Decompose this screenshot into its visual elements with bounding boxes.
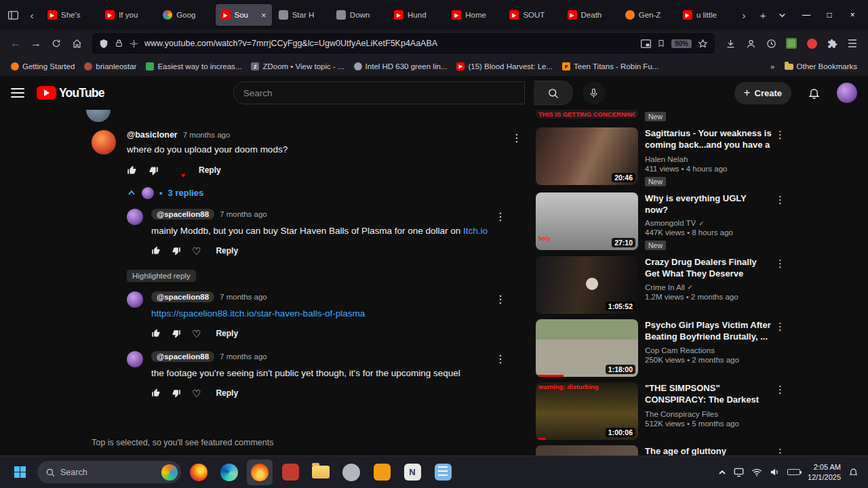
- tab-6[interactable]: Down: [331, 4, 387, 26]
- video-thumbnail[interactable]: 20:46: [536, 127, 638, 185]
- video-title[interactable]: Sagittarius - Your weakness is coming ba…: [645, 127, 772, 152]
- voice-search-mic-icon[interactable]: [583, 81, 606, 104]
- reply-author-pill[interactable]: @spacelion88: [151, 351, 214, 362]
- notifications-bell-icon[interactable]: [808, 87, 821, 100]
- video-item[interactable]: 1:18:00 Psycho Girl Plays Victim After B…: [536, 319, 785, 377]
- video-thumbnail[interactable]: THIS IS GETTING CONCERNING: [536, 110, 638, 119]
- search-input-wrap[interactable]: [233, 81, 525, 104]
- search-button[interactable]: [534, 81, 573, 105]
- list-all-tabs-icon[interactable]: [773, 6, 791, 24]
- video-thumbnail[interactable]: 1:05:52: [536, 256, 638, 314]
- bookmark-star-icon[interactable]: [698, 39, 708, 49]
- comment-menu-kebab-icon[interactable]: ⋮: [494, 210, 507, 223]
- commenter-avatar[interactable]: [92, 130, 116, 155]
- video-item[interactable]: 1:05:52 Crazy Drug Dealers Finally Get W…: [536, 256, 785, 314]
- reply-avatar[interactable]: [127, 291, 143, 308]
- like-button[interactable]: [127, 165, 137, 176]
- replies-toggle[interactable]: • 3 replies: [127, 187, 507, 199]
- reply-avatar[interactable]: [127, 351, 143, 367]
- video-menu-kebab-icon[interactable]: ⋮: [775, 447, 785, 455]
- wifi-icon[interactable]: [751, 468, 762, 477]
- video-item[interactable]: 20:46 Sagittarius - Your weakness is com…: [536, 127, 785, 187]
- history-clock-icon[interactable]: [761, 34, 781, 53]
- search-input[interactable]: [243, 88, 515, 98]
- video-thumbnail[interactable]: 1:18:00: [536, 319, 638, 377]
- tab-11[interactable]: Gen-Z: [620, 4, 676, 26]
- url-bar[interactable]: www.youtube.com/watch?v=7mrrjCCyFgg&lc=U…: [92, 33, 715, 54]
- comment-timestamp[interactable]: 7 months ago: [183, 131, 231, 139]
- tab-3[interactable]: Goog: [157, 4, 214, 26]
- tab-scroll-right-button[interactable]: ›: [735, 6, 753, 24]
- taskbar-search[interactable]: [37, 461, 181, 483]
- video-thumbnail[interactable]: warning: disturbing 1:00:06: [536, 382, 638, 440]
- dislike-button[interactable]: [149, 165, 159, 176]
- lock-icon[interactable]: [115, 39, 123, 48]
- tray-chevron-up-icon[interactable]: [718, 468, 726, 476]
- reply-author-pill[interactable]: @spacelion88: [151, 209, 214, 220]
- youtube-logo[interactable]: YouTube: [37, 86, 104, 100]
- firefox-view-icon[interactable]: [4, 6, 22, 24]
- video-item-partial[interactable]: THIS IS GETTING CONCERNING New: [536, 110, 785, 122]
- account-icon[interactable]: [741, 34, 761, 53]
- comment-menu-kebab-icon[interactable]: ⋮: [511, 131, 523, 144]
- video-item[interactable]: warning: disturbing 1:00:06 "THE SIMPSON…: [536, 382, 785, 440]
- video-title[interactable]: Psycho Girl Plays Victim After Beating B…: [645, 319, 772, 342]
- red-app-icon[interactable]: [277, 460, 303, 485]
- tab-7[interactable]: ▶Hund: [389, 4, 445, 26]
- tracking-protection-shield-icon[interactable]: [99, 39, 108, 49]
- save-page-icon[interactable]: [657, 39, 665, 48]
- bookmarks-overflow-chevron[interactable]: »: [766, 60, 778, 73]
- extensions-puzzle-icon[interactable]: [822, 34, 842, 53]
- window-close-button[interactable]: ×: [841, 4, 864, 26]
- account-avatar[interactable]: [837, 83, 857, 103]
- channel-name[interactable]: Crime In All✓: [645, 283, 772, 291]
- comment-author[interactable]: @basicloner: [127, 130, 178, 140]
- bookmark-item[interactable]: Easiest way to increas...: [142, 60, 245, 73]
- reply-timestamp[interactable]: 7 months ago: [220, 352, 267, 361]
- other-bookmarks-folder[interactable]: Other Bookmarks: [781, 60, 861, 73]
- tab-9[interactable]: ▶SOUT: [504, 4, 560, 26]
- creator-heart-badge[interactable]: ♥: [170, 165, 183, 176]
- like-button[interactable]: [151, 246, 161, 256]
- like-button[interactable]: [151, 329, 161, 338]
- comment-menu-kebab-icon[interactable]: ⋮: [494, 293, 507, 306]
- bookmark-item[interactable]: Intel HD 630 green lin...: [350, 60, 452, 73]
- back-icon[interactable]: ←: [5, 34, 26, 53]
- heart-button[interactable]: ♡: [192, 246, 201, 256]
- search-highlight-image[interactable]: [161, 464, 178, 481]
- gray-app-icon[interactable]: [338, 460, 364, 485]
- notepad-plus-icon[interactable]: N: [399, 460, 425, 485]
- itchio-url-link[interactable]: https://spacelion88.itch.io/star-haven-b…: [151, 308, 365, 319]
- tab-scroll-left-button[interactable]: ‹: [23, 6, 41, 24]
- reply-button[interactable]: Reply: [216, 246, 238, 256]
- bookmark-item[interactable]: ▶(15) Blood Harvest: Le...: [452, 60, 557, 73]
- comment-menu-kebab-icon[interactable]: ⋮: [494, 352, 507, 365]
- taskbar-search-input[interactable]: [60, 468, 149, 477]
- video-item[interactable]: The age of gluttony ⋮: [536, 445, 785, 455]
- volume-icon[interactable]: [770, 467, 780, 477]
- orange-app-icon[interactable]: [369, 460, 395, 485]
- channel-name[interactable]: Cop Cam Reactions: [645, 346, 772, 354]
- like-button[interactable]: [151, 388, 161, 398]
- tab-4-active[interactable]: ▶Sou×: [216, 4, 272, 26]
- bookmark-item[interactable]: brianleostar: [80, 60, 140, 73]
- reply-avatar[interactable]: [127, 209, 143, 225]
- battery-icon[interactable]: [787, 469, 800, 475]
- tab-8[interactable]: ▶Home: [446, 4, 502, 26]
- file-explorer-icon[interactable]: [308, 460, 334, 485]
- start-button[interactable]: [7, 460, 33, 485]
- notification-bell-icon[interactable]: [848, 467, 859, 477]
- dislike-button[interactable]: [172, 329, 181, 338]
- video-menu-kebab-icon[interactable]: ⋮: [775, 258, 785, 270]
- tab-12[interactable]: ▶u little: [677, 4, 734, 26]
- video-title[interactable]: Crazy Drug Dealers Finally Get What They…: [645, 256, 772, 279]
- window-maximize-button[interactable]: □: [818, 4, 841, 26]
- video-title[interactable]: The age of gluttony: [645, 445, 772, 455]
- home-icon[interactable]: [66, 34, 87, 53]
- video-item[interactable]: holy 27:10 Why is everything UGLY now? A…: [536, 192, 785, 251]
- url-text[interactable]: www.youtube.com/watch?v=7mrrjCCyFgg&lc=U…: [144, 39, 635, 48]
- dislike-button[interactable]: [172, 388, 181, 398]
- tab-10[interactable]: ▶Death: [562, 4, 618, 26]
- edge-taskbar-icon[interactable]: [216, 460, 242, 485]
- tab-close-icon[interactable]: ×: [261, 10, 267, 20]
